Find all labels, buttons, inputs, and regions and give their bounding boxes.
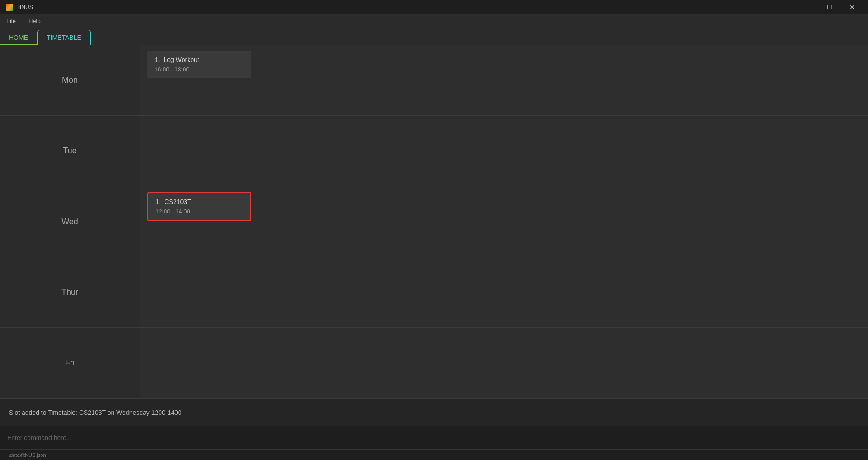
timetable: Mon 1. Leg Workout 16:00 - 18:00 Tue Wed [0,45,868,398]
menu-file[interactable]: File [4,17,19,25]
app-icon-inner [6,4,13,11]
status-message: Slot added to Timetable: CS2103T on Wedn… [9,409,182,416]
filepath-text: .\data\fitNUS.json [7,452,46,458]
day-row-wed: Wed 1. CS2103T 12:00 - 14:00 [0,186,868,257]
day-content-thur [140,257,868,327]
event-index-wed-0: 1. [156,198,161,205]
event-name-wed-0: CS2103T [164,198,191,205]
day-label-wed: Wed [0,186,140,256]
title-bar-controls: — ☐ ✕ [797,0,863,14]
minimize-button[interactable]: — [797,0,817,14]
day-label-fri: Fri [0,328,140,398]
main-content: Mon 1. Leg Workout 16:00 - 18:00 Tue Wed [0,45,868,398]
tab-home[interactable]: HOME [0,30,37,45]
day-row-fri: Fri [0,328,868,398]
command-bar [0,426,868,449]
event-time-cs2103t: 12:00 - 14:00 [156,208,243,215]
event-time-leg-workout: 16:00 - 18:00 [155,66,244,73]
day-label-mon: Mon [0,45,140,115]
event-title-leg-workout: 1. Leg Workout [155,56,244,63]
event-card-leg-workout[interactable]: 1. Leg Workout 16:00 - 18:00 [147,51,251,78]
day-row-mon: Mon 1. Leg Workout 16:00 - 18:00 [0,45,868,116]
day-content-fri [140,328,868,398]
event-index-0: 1. [155,56,160,63]
day-row-thur: Thur [0,257,868,328]
day-label-thur: Thur [0,257,140,327]
day-label-tue: Tue [0,116,140,186]
day-content-tue [140,116,868,186]
event-name-0: Leg Workout [163,56,199,63]
event-title-cs2103t: 1. CS2103T [156,198,243,205]
day-content-mon: 1. Leg Workout 16:00 - 18:00 [140,45,868,115]
event-card-cs2103t[interactable]: 1. CS2103T 12:00 - 14:00 [147,192,251,221]
maximize-button[interactable]: ☐ [819,0,840,14]
status-bar: Slot added to Timetable: CS2103T on Wedn… [0,398,868,426]
app-icon [5,3,14,11]
app-title: fitNUS [17,4,33,10]
day-row-tue: Tue [0,116,868,186]
tab-timetable[interactable]: TIMETABLE [37,30,91,45]
tabs: HOME TIMETABLE [0,27,868,45]
title-bar: fitNUS — ☐ ✕ [0,0,868,14]
close-button[interactable]: ✕ [842,0,863,14]
menu-bar: File Help [0,14,868,27]
day-content-wed: 1. CS2103T 12:00 - 14:00 [140,186,868,256]
filepath-bar: .\data\fitNUS.json [0,449,868,460]
title-bar-left: fitNUS [5,3,33,11]
command-input[interactable] [7,434,861,441]
menu-help[interactable]: Help [26,17,43,25]
